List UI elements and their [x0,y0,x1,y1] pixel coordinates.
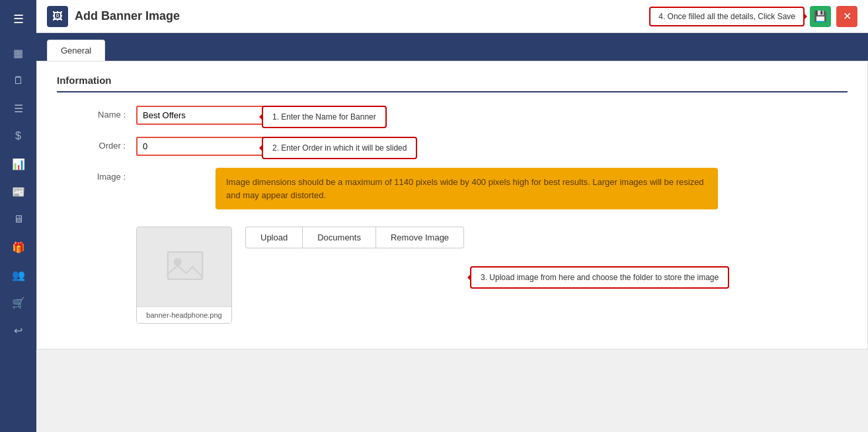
main-content: 🖼 Add Banner Image 4. Once filled all th… [36,0,868,432]
sidebar-icon-11[interactable]: ↩ [7,318,30,342]
order-label: Order : [57,137,136,151]
name-annotation: 1. Enter the Name for Banner [262,106,387,128]
sidebar-icon-1[interactable]: ▦ [7,41,30,65]
page-title: Add Banner Image [75,9,180,23]
image-upload-section: banner-headphone.png Upload Documents Re… [136,227,464,324]
sidebar-icon-7[interactable]: 🖥 [7,207,30,231]
sidebar-icon-4[interactable]: $ [7,124,30,148]
close-button[interactable]: ✕ [836,6,857,27]
image-filename: banner-headphone.png [137,306,231,323]
sidebar-icon-9[interactable]: 👥 [7,263,30,287]
sidebar: ☰ ▦ 🗒 ☰ $ 📊 📰 🖥 🎁 👥 🛒 ↩ [0,0,36,432]
order-annotation: 2. Enter Order in which it will be slide… [262,137,417,159]
documents-button[interactable]: Documents [302,227,376,248]
sidebar-icon-3[interactable]: ☰ [7,96,30,120]
image-preview-box: banner-headphone.png [136,227,232,324]
name-row: Name : 1. Enter the Name for Banner [57,106,848,125]
image-row: Image : Image dimensions should be a max… [57,168,848,324]
image-label: Image : [57,168,136,182]
sidebar-icon-10[interactable]: 🛒 [7,291,30,314]
image-info-box: Image dimensions should be a maximum of … [216,168,718,209]
banner-icon: 🖼 [47,6,68,27]
hamburger-icon[interactable]: ☰ [8,7,29,32]
sidebar-icon-6[interactable]: 📰 [7,180,30,203]
section-title: Information [57,75,848,92]
header-title-area: 🖼 Add Banner Image [47,6,180,27]
header-bar: 🖼 Add Banner Image 4. Once filled all th… [36,0,868,33]
order-row: Order : 2. Enter Order in which it will … [57,137,848,156]
upload-annotation: 3. Upload image from here and choose the… [470,266,729,289]
remove-image-button[interactable]: Remove Image [376,227,464,248]
sidebar-icon-5[interactable]: 📊 [7,152,30,176]
content-area: General Information Name : 1. Enter the … [36,33,868,432]
save-tooltip: 4. Once filled all the details, Click Sa… [649,7,805,26]
tab-general[interactable]: General [47,40,105,61]
tabs-bar: General [36,33,868,61]
header-actions: 4. Once filled all the details, Click Sa… [649,6,857,27]
image-placeholder [137,227,232,306]
upload-buttons: Upload Documents Remove Image [245,227,464,248]
save-button[interactable]: 💾 [810,6,831,27]
upload-button[interactable]: Upload [245,227,302,248]
svg-rect-0 [167,252,202,279]
name-label: Name : [57,106,136,120]
sidebar-icon-2[interactable]: 🗒 [7,69,30,92]
sidebar-icon-8[interactable]: 🎁 [7,235,30,259]
form-panel: Information Name : 1. Enter the Name for… [36,61,868,349]
